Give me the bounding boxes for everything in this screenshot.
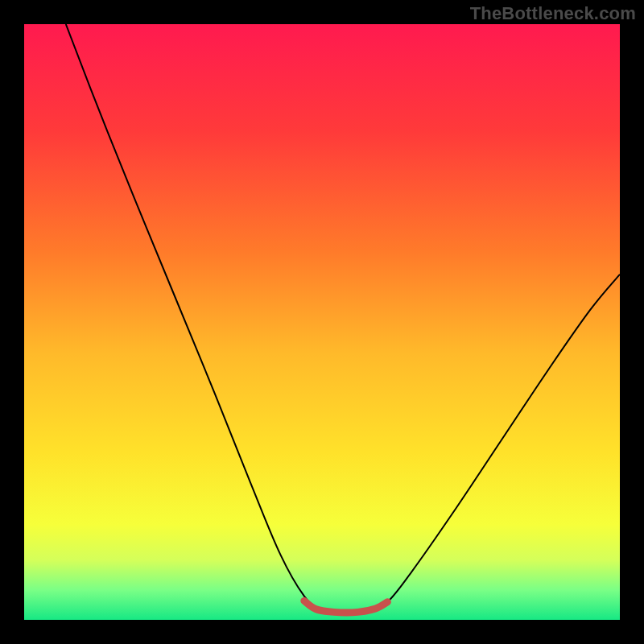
watermark-text: TheBottleneck.com xyxy=(470,3,636,24)
gradient-background xyxy=(24,24,620,620)
plot-area xyxy=(24,24,620,620)
bottleneck-chart xyxy=(24,24,620,620)
chart-frame: TheBottleneck.com xyxy=(0,0,644,644)
